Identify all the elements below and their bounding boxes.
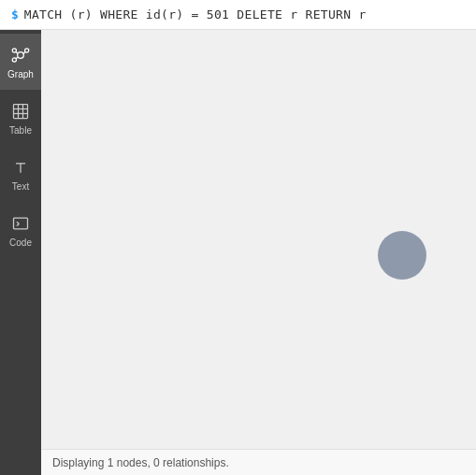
- prompt-symbol: $: [11, 7, 19, 22]
- sidebar-item-graph[interactable]: Graph: [0, 34, 41, 90]
- graph-node[interactable]: [378, 231, 426, 280]
- status-message: Displaying 1 nodes, 0 relationships.: [52, 456, 229, 469]
- table-label: Table: [9, 125, 32, 136]
- code-icon: [10, 213, 31, 234]
- svg-line-4: [16, 51, 18, 53]
- svg-line-16: [17, 223, 19, 225]
- sidebar-item-code[interactable]: Code: [0, 202, 41, 258]
- content-area: Displaying 1 nodes, 0 relationships.: [41, 30, 476, 475]
- graph-icon: [10, 45, 31, 65]
- svg-line-5: [23, 51, 25, 53]
- text-icon: [10, 157, 31, 178]
- graph-canvas[interactable]: [41, 30, 476, 449]
- query-text: MATCH (r) WHERE id(r) = 501 DELETE r RET…: [24, 7, 367, 22]
- svg-line-6: [16, 57, 18, 59]
- status-bar: Displaying 1 nodes, 0 relationships.: [41, 449, 476, 475]
- graph-label: Graph: [7, 69, 34, 79]
- sidebar: Graph Table Tex: [0, 30, 41, 475]
- sidebar-item-text[interactable]: Text: [0, 146, 41, 202]
- table-icon: [10, 101, 31, 122]
- code-label: Code: [9, 238, 32, 248]
- svg-rect-7: [14, 104, 28, 118]
- svg-point-0: [18, 51, 24, 58]
- svg-rect-14: [14, 218, 28, 229]
- sidebar-item-table[interactable]: Table: [0, 90, 41, 146]
- query-bar: $ MATCH (r) WHERE id(r) = 501 DELETE r R…: [0, 0, 476, 30]
- main-layout: Graph Table Tex: [0, 30, 476, 475]
- text-label: Text: [12, 181, 29, 192]
